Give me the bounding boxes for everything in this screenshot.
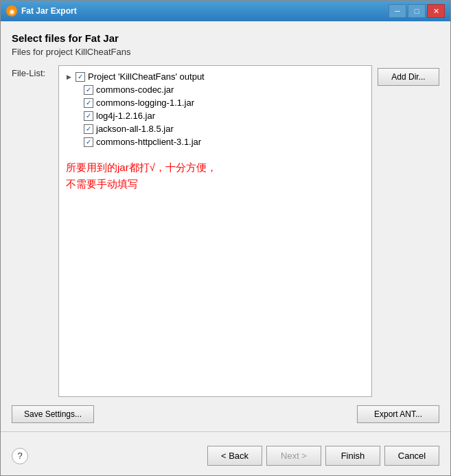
window-icon: ◉ [6, 5, 17, 16]
item1-checkbox[interactable]: ✓ [84, 85, 93, 95]
list-item[interactable]: ✓ log4j-1.2.16.jar [82, 109, 367, 122]
item4-checkbox[interactable]: ✓ [84, 124, 93, 134]
maximize-button[interactable]: □ [408, 4, 426, 18]
tree-root-item[interactable]: ▶ ✓ Project 'KillCheatFans' output [63, 70, 367, 83]
tree-arrow-icon: ▶ [65, 73, 73, 81]
middle-buttons: Save Settings... Export ANT... [12, 405, 439, 423]
close-button[interactable]: ✕ [427, 4, 445, 18]
item3-label: log4j-1.2.16.jar [96, 111, 155, 121]
list-item[interactable]: ✓ commons-httpclient-3.1.jar [82, 135, 367, 148]
annotation-line2: 不需要手动填写 [66, 176, 367, 192]
help-button[interactable]: ? [12, 448, 28, 464]
finish-button[interactable]: Finish [325, 446, 380, 466]
window-title: Fat Jar Export [21, 6, 77, 16]
main-window: ◉ Fat Jar Export ─ □ ✕ Select files for … [0, 0, 451, 476]
title-bar-controls: ─ □ ✕ [389, 4, 445, 18]
root-checkbox[interactable]: ✓ [76, 72, 85, 82]
item5-label: commons-httpclient-3.1.jar [96, 137, 201, 147]
next-button[interactable]: Next > [266, 446, 321, 466]
file-list-panel[interactable]: ▶ ✓ Project 'KillCheatFans' output ✓ com… [58, 65, 372, 397]
separator [1, 431, 450, 432]
annotation-text: 所要用到的jar都打√，十分方便， 不需要手动填写 [66, 159, 367, 192]
main-area: File-List: ▶ ✓ Project 'KillCheatFans' o… [12, 65, 439, 397]
back-button[interactable]: < Back [207, 446, 262, 466]
list-item[interactable]: ✓ commons-codec.jar [82, 83, 367, 96]
page-title: Select files for Fat Jar [12, 32, 439, 44]
content-area: Select files for Fat Jar Files for proje… [1, 21, 450, 431]
title-bar-left: ◉ Fat Jar Export [6, 5, 77, 16]
side-buttons: Add Dir... [378, 65, 439, 397]
bottom-right: < Back Next > Finish Cancel [207, 446, 439, 466]
item5-checkbox[interactable]: ✓ [84, 137, 93, 147]
item1-label: commons-codec.jar [96, 84, 174, 95]
header-section: Select files for Fat Jar Files for proje… [12, 32, 439, 57]
list-item[interactable]: ✓ jackson-all-1.8.5.jar [82, 122, 367, 135]
bottom-left: ? [12, 448, 28, 464]
sub-items-container: ✓ commons-codec.jar ✓ commons-logging-1.… [82, 83, 367, 148]
title-bar: ◉ Fat Jar Export ─ □ ✕ [1, 1, 450, 21]
export-ant-button[interactable]: Export ANT... [357, 405, 439, 423]
item4-label: jackson-all-1.8.5.jar [96, 124, 174, 134]
item2-checkbox[interactable]: ✓ [84, 98, 93, 108]
add-dir-button[interactable]: Add Dir... [378, 68, 439, 86]
list-item[interactable]: ✓ commons-logging-1.1.jar [82, 96, 367, 109]
save-settings-button[interactable]: Save Settings... [12, 405, 94, 423]
bottom-bar: ? < Back Next > Finish Cancel [1, 439, 450, 475]
annotation-line1: 所要用到的jar都打√，十分方便， [66, 159, 367, 176]
page-subtitle: Files for project KillCheatFans [12, 47, 439, 57]
item3-checkbox[interactable]: ✓ [84, 111, 93, 121]
root-item-label: Project 'KillCheatFans' output [88, 71, 205, 82]
minimize-button[interactable]: ─ [389, 4, 406, 18]
cancel-button[interactable]: Cancel [384, 446, 439, 466]
file-list-label: File-List: [12, 65, 53, 397]
item2-label: commons-logging-1.1.jar [96, 98, 194, 108]
